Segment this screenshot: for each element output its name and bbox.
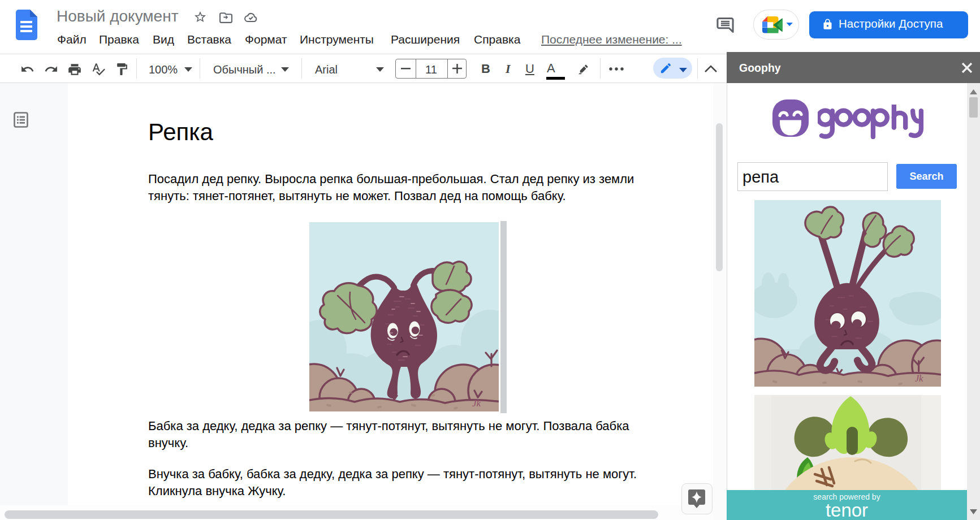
svg-text:Jk: Jk <box>915 373 923 384</box>
svg-text:Jk: Jk <box>472 398 481 409</box>
